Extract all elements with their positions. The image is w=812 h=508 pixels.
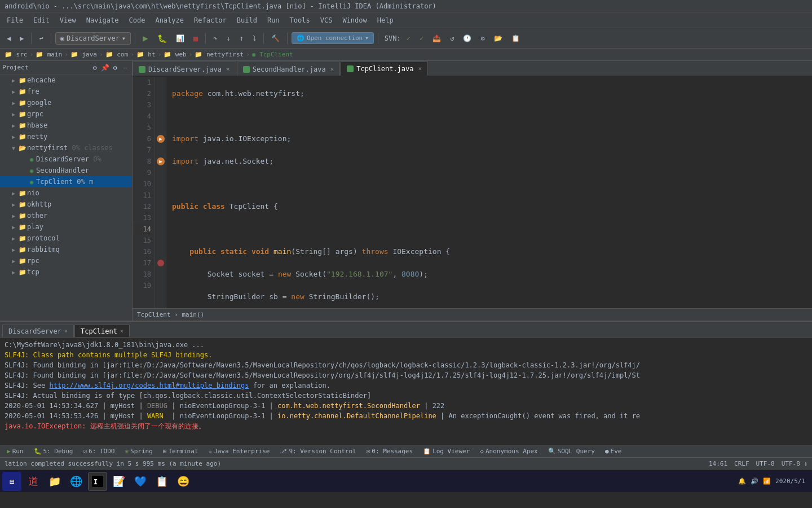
menu-navigate[interactable]: Navigate (82, 14, 123, 27)
menu-build[interactable]: Build (232, 14, 262, 27)
debug-button[interactable]: 🐛 (154, 32, 170, 45)
console-close-icon[interactable]: × (64, 328, 68, 334)
menu-code[interactable]: Code (125, 14, 150, 27)
spring-tool[interactable]: ❀ Spring (121, 447, 156, 456)
sidebar-item-tcpclient[interactable]: ◉ TcpClient 0% m (0, 176, 132, 187)
sidebar-pin-button[interactable]: 📌 (100, 63, 109, 72)
sidebar-item-secondhandler[interactable]: ◉ SecondHandler (0, 165, 132, 176)
sidebar-item-okhttp[interactable]: ▶ 📁 okhttp (0, 199, 132, 210)
step-out-button[interactable]: ↑ (236, 33, 247, 44)
menu-vcs[interactable]: VCS (316, 14, 337, 27)
svn-revert-button[interactable]: ↺ (447, 33, 457, 44)
svn-check-button[interactable]: ✓ (403, 33, 414, 44)
run-to-cursor-button[interactable]: ⤵ (249, 33, 259, 44)
sidebar-minimize-button[interactable]: — (121, 63, 130, 72)
messages-tool[interactable]: ✉ 0: Messages (363, 447, 416, 456)
sidebar-item-ehcache[interactable]: ▶ 📁 ehcache (0, 75, 132, 86)
step-over-button[interactable]: ↷ (210, 33, 220, 44)
sidebar-item-rabbitmq[interactable]: ▶ 📁 rabbitmq (0, 244, 132, 255)
svn-patch-button[interactable]: 📋 (508, 33, 523, 44)
sidebar-item-grpc[interactable]: ▶ 📁 grpc (0, 108, 132, 120)
breadcrumb-com[interactable]: 📁 com (105, 51, 129, 58)
soql-query-tool[interactable]: 🔍 SOQL Query (545, 447, 598, 456)
sidebar-item-fre[interactable]: ▶ 📁 fre (0, 86, 132, 97)
taskbar-word[interactable]: 📝 (109, 472, 129, 491)
menu-help[interactable]: Help (373, 14, 398, 27)
run-indicator-icon[interactable]: ▶ (157, 157, 165, 165)
sidebar-item-nettyfirst[interactable]: ▼ 📂 nettyfirst 0% classes (0, 142, 132, 154)
taskbar-chrome[interactable]: 🌐 (67, 472, 86, 491)
svn-browse-button[interactable]: 📂 (491, 33, 506, 44)
menu-run[interactable]: Run (263, 14, 284, 27)
svn-commit-button[interactable]: 📤 (429, 33, 444, 44)
svn-settings-button[interactable]: ⚙ (477, 33, 488, 44)
menu-file[interactable]: File (2, 14, 28, 27)
debug-tool[interactable]: 🐛 5: Debug (30, 447, 77, 456)
menu-edit[interactable]: Edit (29, 14, 54, 27)
breakpoint-icon[interactable] (157, 260, 164, 266)
coverage-button[interactable]: 📊 (173, 33, 188, 44)
tab-discardserver[interactable]: DiscardServer.java × (133, 62, 236, 76)
breadcrumb-web[interactable]: 📁 web (164, 51, 187, 58)
menu-view[interactable]: View (55, 14, 81, 27)
java-enterprise-tool[interactable]: ☕ Java Enterprise (205, 447, 273, 456)
taskbar-intellij[interactable]: I (88, 472, 107, 491)
taskbar-explorer[interactable]: 📁 (45, 472, 64, 491)
code-content[interactable]: package com.ht.web.nettyfirst; import ja… (166, 77, 812, 308)
sidebar-item-nio[interactable]: ▶ 📁 nio (0, 187, 132, 199)
sidebar-item-discardserver[interactable]: ◉ DiscardServer 0% (0, 154, 132, 165)
svn-update-button[interactable]: ✓ (416, 33, 427, 44)
sidebar-item-hbase[interactable]: ▶ 📁 hbase (0, 120, 132, 131)
tab-tcpclient[interactable]: TcpClient.java × (341, 62, 428, 76)
run-button[interactable]: ▶ (139, 31, 152, 45)
sidebar-item-other[interactable]: ▶ 📁 other (0, 210, 132, 221)
tab-close-icon[interactable]: × (330, 65, 334, 73)
taskbar-start-button[interactable]: ⊞ (2, 472, 21, 491)
console-tab-discardserver[interactable]: DiscardServer × (2, 325, 74, 337)
breadcrumb-nettyfirst[interactable]: 📁 nettyfirst (195, 51, 244, 58)
back-button[interactable]: ◀ (3, 33, 14, 44)
menu-analyze[interactable]: Analyze (151, 14, 188, 27)
nav-dropdown[interactable]: ◉ DiscardServer ▾ (55, 32, 131, 45)
tab-close-icon[interactable]: × (226, 65, 230, 73)
taskbar-haodao[interactable]: 道 (24, 472, 43, 491)
run-indicator-icon[interactable]: ▶ (157, 135, 165, 143)
sidebar-item-play[interactable]: ▶ 📁 play (0, 221, 132, 233)
forward-button[interactable]: ▶ (16, 33, 27, 44)
version-control-tool[interactable]: ⎇ 9: Version Control (276, 447, 359, 456)
sidebar-cog-button[interactable]: ⚙ (90, 63, 99, 72)
sidebar-item-google[interactable]: ▶ 📁 google (0, 97, 132, 108)
menu-refactor[interactable]: Refactor (189, 14, 231, 27)
sidebar-item-netty[interactable]: ▶ 📁 netty (0, 131, 132, 142)
terminal-tool[interactable]: ⊞ Terminal (160, 447, 202, 456)
breadcrumb-src[interactable]: 📁 src (5, 51, 28, 58)
menu-window[interactable]: Window (338, 14, 371, 27)
anonymous-apex-tool[interactable]: ◇ Anonymous Apex (476, 447, 541, 456)
taskbar-blue-app[interactable]: 💙 (131, 472, 150, 491)
code-area[interactable]: 1 2 3 4 5 6 7 8 9 10 11 12 13 14 15 16 1 (133, 77, 812, 308)
console-tab-tcpclient[interactable]: TcpClient × (74, 325, 130, 337)
slf4j-link[interactable]: http://www.slf4j.org/codes.html#multiple… (49, 382, 249, 389)
breadcrumb-java[interactable]: 📁 java (70, 51, 97, 58)
menu-tools[interactable]: Tools (285, 14, 315, 27)
sidebar-item-protocol[interactable]: ▶ 📁 protocol (0, 233, 132, 244)
log-viewer-tool[interactable]: 📋 Log Viewer (420, 447, 473, 456)
sidebar-item-rpc[interactable]: ▶ 📁 rpc (0, 255, 132, 266)
sidebar-item-tcp[interactable]: ▶ 📁 tcp (0, 266, 132, 278)
tab-close-icon[interactable]: × (418, 65, 422, 72)
step-into-button[interactable]: ↓ (223, 33, 233, 44)
breadcrumb-tcpclient[interactable]: ◉ TcpClient (252, 51, 293, 58)
svn-history-button[interactable]: 🕐 (460, 33, 475, 44)
breadcrumb-main[interactable]: 📁 main (36, 51, 62, 58)
todo-tool[interactable]: ☑ 6: TODO (80, 447, 118, 456)
build-button[interactable]: 🔨 (268, 33, 283, 44)
console-close-icon[interactable]: × (120, 328, 123, 334)
breadcrumb-ht[interactable]: 📁 ht (136, 51, 156, 58)
taskbar-clip[interactable]: 📋 (152, 472, 171, 491)
revert-button[interactable]: ↩ (36, 33, 46, 44)
stop-button[interactable]: ■ (190, 32, 201, 45)
run-tool[interactable]: ▶ Run (3, 447, 27, 456)
taskbar-smiley[interactable]: 😄 (174, 472, 193, 491)
open-connection-button[interactable]: 🌐 Open connection ▾ (292, 32, 374, 44)
tab-secondhandler[interactable]: SecondHandler.java × (237, 62, 341, 76)
